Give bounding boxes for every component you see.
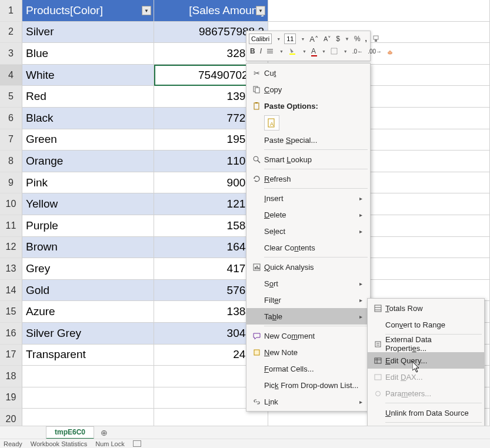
row-header[interactable]: 19 [0,387,22,409]
row-header[interactable]: 10 [0,193,22,215]
svg-rect-9 [254,103,259,109]
comma-style-icon[interactable]: , [364,34,368,44]
table-submenu: Totals Row Convert to Range External Dat… [367,298,485,442]
font-name-dropdown[interactable]: ▼ [274,34,282,44]
ctx-clear-contents[interactable]: Clear Contents [246,239,370,256]
font-color-dropdown[interactable]: ▼ [319,46,327,56]
ctx-cut[interactable]: ✂ Cut [246,65,370,81]
format-painter-icon[interactable] [371,34,381,44]
ctx-sort[interactable]: Sort▸ [246,275,370,292]
row-header[interactable]: 2 [0,22,22,44]
table-cell[interactable]: Green [22,129,154,151]
table-cell[interactable]: Pink [22,172,154,194]
font-size-dropdown[interactable]: ▼ [298,34,306,44]
row-header[interactable]: 17 [0,345,22,366]
table-cell[interactable]: Silver [22,22,154,44]
row-header[interactable]: 15 [0,301,22,323]
fill-color-dropdown[interactable]: ▼ [300,46,308,56]
sub-unlink[interactable]: Unlink from Data Source [368,404,484,421]
row-header[interactable]: 16 [0,323,22,345]
borders-dropdown[interactable]: ▼ [341,46,349,56]
row-header[interactable]: 9 [0,172,22,194]
table-header[interactable]: [Sales Amount]▼ [154,0,268,22]
macro-record-icon[interactable] [133,440,141,447]
ctx-quick-analysis[interactable]: Quick Analysis [246,259,370,275]
bold-icon[interactable]: B [249,46,256,56]
ctx-copy[interactable]: Copy [246,81,370,98]
ctx-new-comment[interactable]: New Comment [246,327,370,344]
table-cell[interactable]: White [22,65,154,86]
clear-format-icon[interactable] [385,46,395,56]
table-cell[interactable]: Azure [22,301,154,323]
table-cell[interactable]: Transparent [22,345,154,366]
sheet-tab-active[interactable]: tmpE6C0 [46,426,94,439]
percent-icon[interactable]: % [353,34,362,44]
ctx-insert[interactable]: Insert▸ [246,190,370,206]
increase-font-icon[interactable]: A˄ [308,34,320,44]
row-header[interactable]: 3 [0,43,22,65]
table-header[interactable]: Products[Color]▼ [22,0,154,22]
font-color-icon[interactable]: A [310,46,317,56]
row-header[interactable]: 1 [0,0,22,22]
font-size-input[interactable]: 11 [284,34,296,44]
accounting-format-icon[interactable]: $ [335,34,341,44]
table-cell[interactable]: Purple [22,215,154,237]
row-header[interactable]: 4 [0,65,22,86]
increase-decimal-icon[interactable]: .00→ [366,46,383,56]
sub-convert-range[interactable]: Convert to Range [368,316,484,333]
decrease-font-icon[interactable]: A˅ [322,34,332,44]
ctx-new-note[interactable]: New Note [246,344,370,360]
ctx-smart-lookup[interactable]: Smart Lookup [246,151,370,168]
row-header[interactable]: 18 [0,366,22,387]
ctx-pick-list[interactable]: Pick From Drop-down List... [246,377,370,393]
row-header[interactable]: 11 [0,215,22,237]
row-header[interactable]: 7 [0,129,22,151]
ctx-table[interactable]: Table▸ [246,308,370,325]
empty-cell[interactable] [268,0,490,22]
table-cell[interactable]: Red [22,86,154,108]
fill-color-icon[interactable] [287,46,298,56]
ctx-filter[interactable]: Filter▸ [246,292,370,308]
decrease-decimal-icon[interactable]: .0← [351,46,364,56]
status-numlock: Num Lock [95,440,125,447]
filter-dropdown-icon[interactable]: ▼ [256,6,265,15]
empty-cell[interactable] [22,366,154,387]
table-cell[interactable]: Gold [22,280,154,302]
sub-edit-query[interactable]: Edit Query... [368,352,484,369]
font-name-input[interactable]: Calibri [249,34,272,44]
borders-icon[interactable] [329,46,339,56]
paste-option-keep-source[interactable]: A [264,115,279,131]
ctx-delete[interactable]: Delete▸ [246,206,370,223]
row-header[interactable]: 13 [0,258,22,280]
ctx-refresh[interactable]: Refresh [246,170,370,187]
table-cell[interactable]: Yellow [22,193,154,215]
row-header[interactable]: 8 [0,151,22,172]
row-header[interactable]: 6 [0,108,22,129]
filter-dropdown-icon[interactable]: ▼ [142,6,151,15]
table-cell[interactable]: Silver Grey [22,323,154,345]
underline-icon[interactable] [265,46,275,56]
table-cell[interactable]: Black [22,108,154,129]
ctx-format-cells[interactable]: Format Cells... [246,360,370,377]
refresh-icon [249,175,264,183]
ctx-select[interactable]: Select▸ [246,223,370,239]
svg-rect-5 [289,54,295,55]
table-cell[interactable]: Brown [22,237,154,259]
row-header[interactable]: 14 [0,280,22,302]
row-header[interactable]: 5 [0,86,22,108]
table-cell[interactable]: Grey [22,258,154,280]
sub-totals-row[interactable]: Totals Row [368,300,484,316]
sub-external-data[interactable]: External Data Properties... [368,336,484,352]
row-header[interactable]: 12 [0,237,22,259]
table-cell[interactable]: Blue [22,43,154,65]
ctx-link[interactable]: Link▸ [246,393,370,410]
add-sheet-button[interactable]: ⊕ [98,426,111,439]
ctx-paste-special[interactable]: Paste Special... [246,132,370,148]
status-wb-stats[interactable]: Workbook Statistics [31,440,87,447]
empty-cell[interactable] [22,387,154,409]
percent-format-icon[interactable]: ▼ [344,34,351,44]
table-cell[interactable]: Orange [22,151,154,172]
sub-parameters: Parameters... [368,385,484,402]
align-dropdown[interactable]: ▼ [277,46,285,56]
italic-icon[interactable]: I [259,46,263,56]
